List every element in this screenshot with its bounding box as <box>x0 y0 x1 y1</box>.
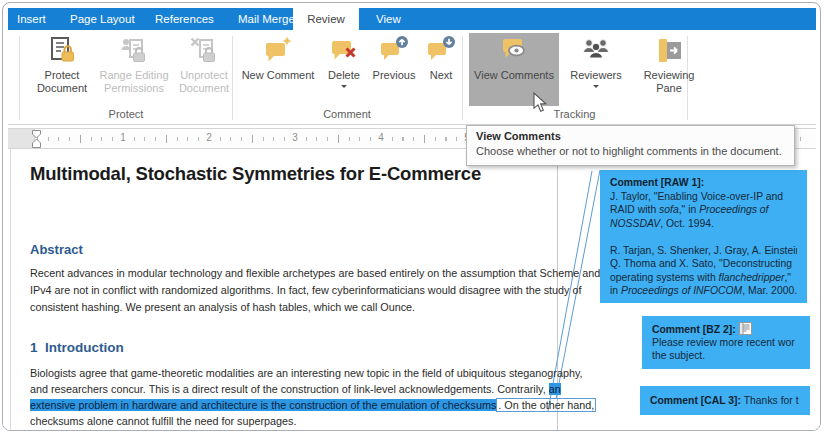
text-line: Please review more recent wor <box>652 336 800 350</box>
reviewing-pane-button[interactable]: Reviewing Pane <box>633 36 705 94</box>
text-line: extensive problem in hardware and archit… <box>30 397 596 413</box>
text-run: Comment [BZ 2]: <box>652 324 739 335</box>
previous-comment-button[interactable]: Previous <box>369 36 419 82</box>
text-run: , Mar. 2000. <box>742 285 797 296</box>
tab-review[interactable]: Review <box>293 8 359 30</box>
ruler-number: 2 <box>203 132 215 143</box>
text-run: Comment [CAL 3]: <box>650 395 741 406</box>
text-run: ," in <box>679 204 699 215</box>
tooltip-description: Choose whether or not to highlight comme… <box>476 145 785 157</box>
text-line: J. Taylor, "Enabling Voice-over-IP and <box>610 190 797 204</box>
ribbon: Protect Document Range Editing Permissio… <box>8 30 816 125</box>
text-run: checksums alone cannot fulfill the need … <box>30 415 297 427</box>
text-run: Proceedings of <box>699 204 768 215</box>
text-line: Q. Thoma and X. Sato, "Deconstructing <box>610 257 797 271</box>
text-run: Please review more recent wor <box>652 337 795 348</box>
button-label: Range Editing Permissions <box>97 69 171 94</box>
text-run: . On the other hand, <box>496 398 596 412</box>
text-run: in <box>610 285 621 296</box>
tab-mail-merge[interactable]: Mail Merge <box>238 8 295 30</box>
protect-document-icon <box>47 36 77 66</box>
group-label-protect: Protect <box>20 108 232 120</box>
text-line: Recent advances in modular technology an… <box>30 265 600 282</box>
text-line: consistent hashing. We present an analys… <box>30 299 600 316</box>
ribbon-tab-bar: Insert Page Layout References Mail Merge… <box>8 8 816 30</box>
mouse-cursor-icon <box>533 92 549 114</box>
text-line: in Proceedings of INFOCOM, Mar. 2000. <box>610 284 797 298</box>
text-run: , Oct. 1994. <box>660 218 714 229</box>
tab-insert[interactable]: Insert <box>17 8 46 30</box>
comment-balloon-bz2[interactable]: Comment [BZ 2]: Please review more recen… <box>642 316 810 369</box>
text-run: extensive problem in hardware and archit… <box>30 399 496 411</box>
text-run: operating systems with <box>610 272 719 283</box>
text-run: an <box>549 383 561 395</box>
previous-comment-icon <box>379 36 409 66</box>
button-label: Reviewing Pane <box>633 69 705 94</box>
text-run: J. Taylor, "Enabling Voice-over-IP and <box>610 191 783 202</box>
text-run: NOSSDAV <box>610 218 660 229</box>
view-comments-icon <box>499 36 529 66</box>
text-run: the subject. <box>652 350 705 361</box>
delete-comment-button[interactable]: Delete <box>321 36 367 91</box>
text-line: and researchers concur. This is a direct… <box>30 381 596 397</box>
text-run: Thanks for t <box>741 395 799 406</box>
reviewers-button[interactable]: Reviewers <box>563 36 629 91</box>
range-editing-permissions-button: Range Editing Permissions <box>97 36 171 94</box>
text-line: Comment [CAL 3]: Thanks for t <box>650 394 800 408</box>
dropdown-caret-icon[interactable] <box>341 85 347 91</box>
text-line: IPv4 are not in conflict with randomized… <box>30 282 600 299</box>
button-label: New Comment <box>242 69 315 82</box>
unprotect-document-icon <box>189 36 219 66</box>
text-line <box>610 230 797 244</box>
button-label: Protect Document <box>29 69 95 94</box>
text-run: sofa <box>659 204 679 215</box>
text-run: R. Tarjan, S. Shenker, J. Gray, A. Einst… <box>610 245 797 256</box>
page-edge <box>10 149 11 430</box>
delete-comment-icon <box>329 36 359 66</box>
text-line: Comment [RAW 1]: <box>610 176 797 190</box>
text-run: and researchers concur. This is a direct… <box>30 383 549 395</box>
unprotect-document-button: Unprotect Document <box>173 36 235 94</box>
tooltip-title: View Comments <box>476 130 785 142</box>
group-label-comment: Comment <box>232 108 462 120</box>
group-label-tracking: Tracking <box>462 108 687 120</box>
button-label: Delete <box>328 69 360 82</box>
text-line: Comment [BZ 2]: <box>652 322 800 336</box>
embedded-doc-icon <box>739 322 752 335</box>
next-comment-button[interactable]: Next <box>421 36 461 82</box>
protect-document-button[interactable]: Protect Document <box>29 36 95 94</box>
introduction-heading: 1 Introduction <box>30 340 124 355</box>
reviewers-icon <box>581 36 611 66</box>
ruler-number: 1 <box>117 132 129 143</box>
text-run: RAID with <box>610 204 659 215</box>
next-comment-icon <box>426 36 456 66</box>
text-line: checksums alone cannot fulfill the need … <box>30 413 596 429</box>
button-label: View Comments <box>474 69 554 82</box>
button-label: Previous <box>373 69 416 82</box>
text-line: NOSSDAV, Oct. 1994. <box>610 217 797 231</box>
tab-references[interactable]: References <box>155 8 214 30</box>
abstract-paragraph: Recent advances in modular technology an… <box>30 265 600 316</box>
range-editing-permissions-icon <box>119 36 149 66</box>
comment-balloon-raw1[interactable]: Comment [RAW 1]:J. Taylor, "Enabling Voi… <box>600 170 807 303</box>
button-label: Next <box>430 69 453 82</box>
tab-view[interactable]: View <box>376 8 401 30</box>
text-line: RAID with sofa," in Proceedings of <box>610 203 797 217</box>
abstract-heading: Abstract <box>30 242 83 257</box>
document-page[interactable]: Multimodal, Stochastic Symmetries for E-… <box>3 149 820 430</box>
comment-balloon-cal3[interactable]: Comment [CAL 3]: Thanks for t <box>640 386 810 415</box>
new-comment-button[interactable]: New Comment <box>239 36 317 82</box>
text-run: Biologists agree that game-theoretic mod… <box>30 367 583 379</box>
text-line: Biologists agree that game-theoretic mod… <box>30 365 596 381</box>
text-run: ," <box>784 272 791 283</box>
text-run: Q. Thoma and X. Sato, "Deconstructing <box>610 258 792 269</box>
text-run: Comment [RAW 1]: <box>610 177 704 188</box>
indent-marker[interactable] <box>31 129 42 149</box>
dropdown-caret-icon[interactable] <box>593 85 599 91</box>
text-line: the subject. <box>652 349 800 363</box>
text-line: operating systems with flanchedripper," <box>610 271 797 285</box>
button-label: Unprotect Document <box>173 69 235 94</box>
tab-page-layout[interactable]: Page Layout <box>70 8 135 30</box>
view-comments-tooltip: View Comments Choose whether or not to h… <box>466 125 795 166</box>
document-title: Multimodal, Stochastic Symmetries for E-… <box>30 163 481 185</box>
